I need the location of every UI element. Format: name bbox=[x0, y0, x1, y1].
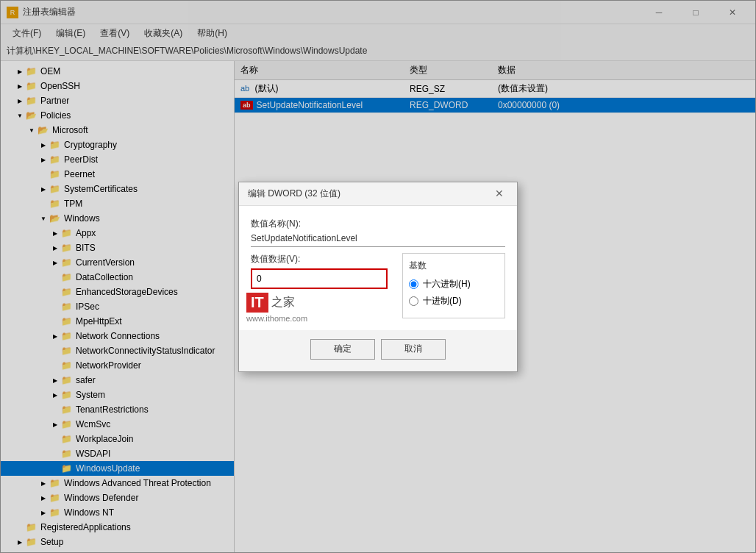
radio-hex-label: 十六进制(H) bbox=[423, 278, 471, 290]
radio-hex[interactable] bbox=[409, 279, 418, 289]
dialog-footer: 确定 取消 bbox=[239, 330, 517, 371]
dialog-title: 编辑 DWORD (32 位值) bbox=[248, 188, 340, 200]
radio-decimal-label: 十进制(D) bbox=[423, 295, 462, 307]
radio-decimal-option[interactable]: 十进制(D) bbox=[409, 295, 499, 307]
dialog-overlay: 编辑 DWORD (32 位值) ✕ 数值名称(N): SetUpdateNot… bbox=[0, 0, 756, 553]
watermark-it: IT bbox=[246, 293, 268, 313]
watermark: IT 之家 www.ithome.com bbox=[246, 293, 307, 323]
dialog-name-label: 数值名称(N): bbox=[251, 218, 505, 230]
dialog-right: 基数 十六进制(H) 十进制(D) bbox=[402, 253, 505, 318]
dialog-body: 数值名称(N): SetUpdateNotificationLevel 数值数据… bbox=[239, 206, 517, 330]
watermark-suffix: 之家 bbox=[271, 295, 295, 310]
radio-group-base: 基数 十六进制(H) 十进制(D) bbox=[402, 253, 505, 318]
dialog-title-bar: 编辑 DWORD (32 位值) ✕ bbox=[239, 182, 517, 206]
dialog-ok-button[interactable]: 确定 bbox=[310, 339, 375, 360]
dialog-cancel-button[interactable]: 取消 bbox=[381, 339, 446, 360]
dialog-data-label: 数值数据(V): bbox=[251, 253, 388, 265]
radio-decimal[interactable] bbox=[409, 296, 418, 306]
base-label: 基数 bbox=[409, 260, 499, 272]
radio-hex-option[interactable]: 十六进制(H) bbox=[409, 278, 499, 290]
dialog-data-input[interactable] bbox=[251, 268, 388, 289]
watermark-url: www.ithome.com bbox=[246, 314, 307, 323]
dialog-name-value: SetUpdateNotificationLevel bbox=[251, 233, 505, 247]
dialog-close-button[interactable]: ✕ bbox=[491, 185, 508, 202]
edit-dword-dialog: 编辑 DWORD (32 位值) ✕ 数值名称(N): SetUpdateNot… bbox=[238, 182, 518, 372]
